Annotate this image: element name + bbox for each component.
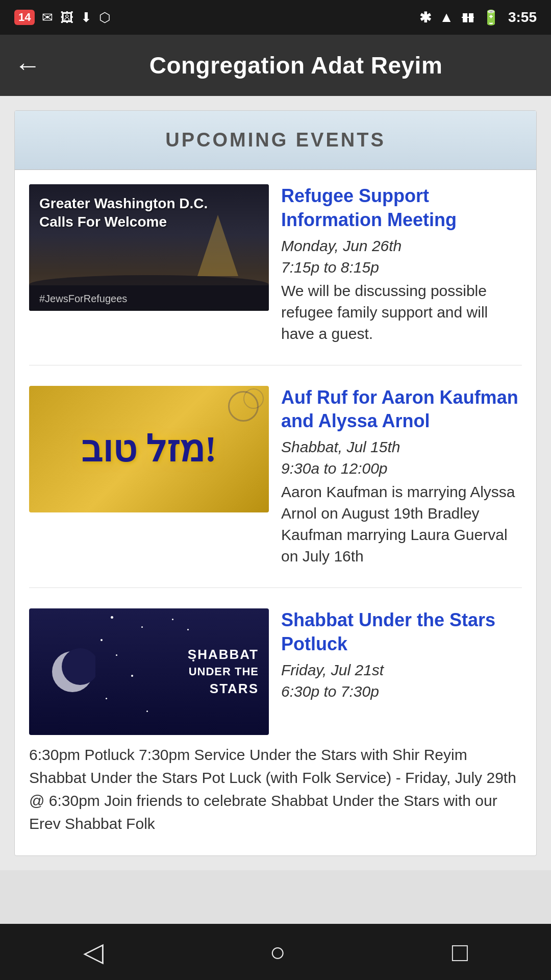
event-desc: We will be discussing possible refugee f… — [281, 280, 522, 345]
event-desc: Aaron Kaufman is marrying Alyssa Arnol o… — [281, 481, 522, 567]
gmail-icon: ✉ — [42, 10, 53, 26]
event-desc-full: 6:30pm Potluck 7:30pm Service Under the … — [29, 743, 522, 835]
app-bar-title: Congregation Adat Reyim — [55, 52, 537, 79]
events-card: UPCOMING EVENTS Greater Washington D — [14, 110, 537, 856]
event-divider — [29, 365, 522, 365]
event-info: Auf Ruf for Aaron Kaufman and Alyssa Arn… — [281, 386, 522, 568]
status-bar: 14 ✉ 🖼 ⬇ ⬡ ✱ ▲ ▮▮ 🔋 3:55 — [0, 0, 551, 35]
bluetooth-icon: ✱ — [419, 9, 431, 26]
event-info: Refugee Support Information Meeting Mond… — [281, 184, 522, 345]
events-section-header: UPCOMING EVENTS — [15, 111, 536, 170]
event-time: 9:30a to 12:00p — [281, 460, 522, 477]
back-button[interactable]: ← — [14, 52, 41, 79]
recents-nav-button[interactable]: □ — [452, 937, 468, 967]
event-title[interactable]: Shabbat Under the Stars Potluck — [281, 608, 522, 656]
battery-icon: 🔋 — [482, 9, 500, 26]
event-image-shabbat-text: SHABBAT UNDER THE STARS — [188, 645, 259, 698]
events-list: Greater Washington D.C. Calls For Welcom… — [15, 170, 536, 835]
moon-icon — [44, 646, 95, 697]
event-title[interactable]: Refugee Support Information Meeting — [281, 184, 522, 232]
event-date: Monday, Jun 26th — [281, 237, 522, 255]
event-item[interactable]: !מזל טוב Auf Ruf for Aaron Kaufman and A… — [29, 386, 522, 568]
event-time: 6:30p to 7:30p — [281, 683, 522, 700]
event-image-hashtag: #JewsForRefugees — [39, 293, 127, 305]
event-row: Greater Washington D.C. Calls For Welcom… — [29, 184, 522, 345]
event-image-refugee: Greater Washington D.C. Calls For Welcom… — [29, 184, 269, 311]
event-time: 7:15p to 8:15p — [281, 259, 522, 276]
app-bar: ← Congregation Adat Reyim — [0, 35, 551, 96]
event-date: Shabbat, Jul 15th — [281, 438, 522, 456]
back-nav-button[interactable]: ◁ — [83, 937, 104, 967]
event-divider — [29, 587, 522, 588]
event-title[interactable]: Auf Ruf for Aaron Kaufman and Alyssa Arn… — [281, 386, 522, 434]
event-image-mazeltov: !מזל טוב — [29, 386, 269, 512]
event-image-overlay-text: Greater Washington D.C. Calls For Welcom… — [39, 194, 259, 232]
event-row: !מזל טוב Auf Ruf for Aaron Kaufman and A… — [29, 386, 522, 568]
signal-icon: ▮▮ — [462, 11, 474, 24]
event-item[interactable]: SHABBAT UNDER THE STARS Shabbat Under th… — [29, 608, 522, 835]
event-row: SHABBAT UNDER THE STARS Shabbat Under th… — [29, 608, 522, 735]
home-nav-button[interactable]: ○ — [270, 937, 286, 967]
event-info: Shabbat Under the Stars Potluck Friday, … — [281, 608, 522, 735]
event-image-hebrew: !מזל טוב — [81, 427, 217, 471]
download-icon: ⬇ — [81, 10, 92, 26]
event-item[interactable]: Greater Washington D.C. Calls For Welcom… — [29, 184, 522, 345]
notif-count-badge: 14 — [14, 10, 35, 25]
event-date: Friday, Jul 21st — [281, 662, 522, 679]
main-content: UPCOMING EVENTS Greater Washington D — [0, 96, 551, 870]
clock: 3:55 — [508, 9, 537, 26]
image-icon: 🖼 — [60, 10, 73, 26]
status-bar-left: 14 ✉ 🖼 ⬇ ⬡ — [14, 10, 111, 26]
android-icon: ⬡ — [99, 10, 111, 26]
event-image-shabbat: SHABBAT UNDER THE STARS — [29, 608, 269, 735]
bottom-navigation: ◁ ○ □ — [0, 924, 551, 980]
status-bar-right: ✱ ▲ ▮▮ 🔋 3:55 — [419, 9, 537, 26]
wifi-icon: ▲ — [439, 9, 454, 26]
